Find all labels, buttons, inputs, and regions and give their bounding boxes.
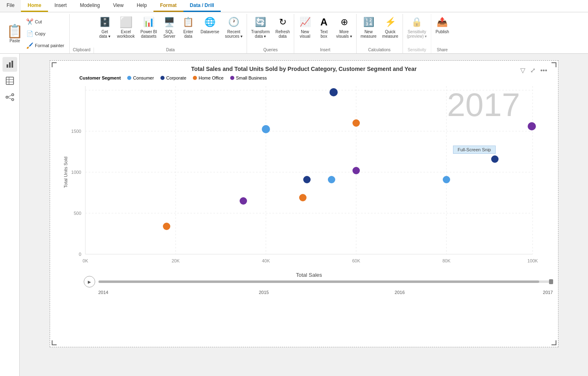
refresh-data-button[interactable]: ↻ Refreshdata xyxy=(273,14,292,40)
quick-measure-label: Quickmeasure xyxy=(382,30,398,39)
tab-data-drill[interactable]: Data / Drill xyxy=(183,0,221,12)
dot-consumer-3 xyxy=(443,176,450,183)
svg-rect-1 xyxy=(9,62,11,68)
small-business-label: Small Business xyxy=(236,75,267,80)
quick-measure-button[interactable]: ⚡ Quickmeasure xyxy=(380,14,401,40)
tab-view[interactable]: View xyxy=(106,0,130,12)
sidebar-model-icon[interactable] xyxy=(2,90,17,105)
publish-button[interactable]: 📤 Publish xyxy=(433,14,451,36)
text-box-icon: A xyxy=(317,16,330,29)
svg-text:500: 500 xyxy=(73,211,81,216)
dot-consumer-1 xyxy=(262,125,270,133)
svg-point-7 xyxy=(6,96,8,98)
sensitivity-button: 🔒 Sensitivity(preview) ▾ xyxy=(405,14,430,40)
enter-data-label: Enterdata xyxy=(183,30,193,39)
ribbon-tabs: File Home Insert Modeling View Help Form… xyxy=(0,0,588,12)
legend-consumer: Consumer xyxy=(127,75,154,80)
get-data-button[interactable]: 🗄️ Getdata ▾ xyxy=(96,14,114,40)
timeline-handle[interactable] xyxy=(549,279,553,284)
sidebar-table-icon[interactable] xyxy=(2,73,17,88)
sidebar-report-icon[interactable] xyxy=(2,57,17,72)
quick-measure-icon: ⚡ xyxy=(384,16,397,29)
more-visuals-label: Morevisuals ▾ xyxy=(336,30,352,39)
sql-icon: 🖥️ xyxy=(163,16,176,29)
svg-text:0: 0 xyxy=(78,252,81,257)
timeline-label-2014: 2014 xyxy=(98,290,108,295)
tab-file[interactable]: File xyxy=(0,0,21,12)
corporate-dot xyxy=(160,76,165,80)
enter-data-button[interactable]: 📋 Enterdata xyxy=(179,14,197,40)
chart-svg-container: 2017 Full-Screen Snip xyxy=(61,82,553,284)
transform-data-button[interactable]: 🔄 Transformdata ▾ xyxy=(249,14,272,40)
format-painter-label: Format painter xyxy=(35,43,64,48)
consumer-label: Consumer xyxy=(133,75,154,80)
svg-text:1000: 1000 xyxy=(71,170,81,175)
share-group-items: 📤 Publish xyxy=(433,14,451,48)
refresh-icon: ↻ xyxy=(276,16,289,29)
paste-button[interactable]: 📋 Paste xyxy=(5,14,25,53)
calculations-group: 🔢 Newmeasure ⚡ Quickmeasure Calculations xyxy=(357,14,403,53)
recent-sources-button[interactable]: 🕐 Recentsources ▾ xyxy=(222,14,245,40)
text-box-button[interactable]: A Textbox xyxy=(315,14,333,40)
tab-format[interactable]: Format xyxy=(153,0,183,12)
small-business-dot xyxy=(230,76,234,80)
data-group-label: Data xyxy=(96,48,245,53)
paste-icon: 📋 xyxy=(8,25,21,38)
sensitivity-icon: 🔒 xyxy=(410,16,423,29)
sensitivity-label: Sensitivity(preview) ▾ xyxy=(407,30,427,39)
dot-homeoffice-1 xyxy=(352,119,360,127)
refresh-label: Refreshdata xyxy=(275,30,290,39)
dot-corporate-3 xyxy=(491,155,499,163)
dot-homeoffice-3 xyxy=(163,223,170,230)
dot-corporate-2 xyxy=(303,176,311,183)
more-visuals-button[interactable]: ⊕ Morevisuals ▾ xyxy=(334,14,354,40)
dataverse-label: Dataverse xyxy=(201,30,220,34)
format-painter-button[interactable]: 🖌️ Format painter xyxy=(25,41,66,50)
corporate-label: Corporate xyxy=(166,75,186,80)
legend-corporate: Corporate xyxy=(160,75,186,80)
svg-rect-0 xyxy=(7,64,8,68)
tab-help[interactable]: Help xyxy=(130,0,153,12)
timeline-progress xyxy=(98,280,540,283)
dot-corporate-1 xyxy=(329,88,338,96)
svg-point-8 xyxy=(11,94,14,96)
new-measure-icon: 🔢 xyxy=(362,16,375,29)
tab-modeling[interactable]: Modeling xyxy=(73,0,107,12)
excel-label: Excelworkbook xyxy=(117,30,135,39)
timeline-label-2017: 2017 xyxy=(543,290,553,295)
sql-server-button[interactable]: 🖥️ SQLServer xyxy=(160,14,178,40)
insert-group: 📈 Newvisual A Textbox ⊕ Morevisuals ▾ In… xyxy=(294,14,356,53)
format-painter-icon: 🖌️ xyxy=(26,42,33,49)
publish-icon: 📤 xyxy=(436,16,449,29)
timeline-track[interactable] xyxy=(98,280,553,283)
content-area: ▽ ⤢ ••• Total Sales and Total Units Sold… xyxy=(20,54,588,376)
svg-point-9 xyxy=(11,99,14,101)
insert-group-items: 📈 Newvisual A Textbox ⊕ Morevisuals ▾ xyxy=(296,14,354,48)
power-bi-datasets-button[interactable]: 📊 Power BIdatasets xyxy=(138,14,160,40)
dataverse-button[interactable]: 🌐 Dataverse xyxy=(198,14,222,36)
timeline-labels: 2014 2015 2016 2017 xyxy=(84,290,553,295)
excel-button[interactable]: ⬜ Excelworkbook xyxy=(114,14,137,40)
legend-title: Customer Segment xyxy=(80,75,121,80)
legend-small-business: Small Business xyxy=(230,75,267,80)
ribbon-body: 📋 Paste ✂️ Cut 📄 Copy 🖌️ Format painter … xyxy=(0,12,588,53)
copy-button[interactable]: 📄 Copy xyxy=(25,30,66,38)
svg-text:100K: 100K xyxy=(527,258,538,263)
enter-data-icon: 📋 xyxy=(182,16,195,29)
tab-insert[interactable]: Insert xyxy=(48,0,73,12)
more-options-icon[interactable]: ••• xyxy=(540,66,548,75)
sql-label: SQLServer xyxy=(163,30,175,39)
sensitivity-group-label: Sensitivity xyxy=(405,48,430,53)
calculations-group-label: Calculations xyxy=(358,48,401,53)
insert-group-label: Insert xyxy=(296,48,354,53)
tab-home[interactable]: Home xyxy=(21,0,48,12)
cut-button[interactable]: ✂️ Cut xyxy=(25,18,66,26)
chart-title: Total Sales and Total Units Sold by Prod… xyxy=(55,66,553,72)
new-visual-button[interactable]: 📈 Newvisual xyxy=(296,14,314,40)
copy-icon: 📄 xyxy=(26,30,33,37)
chart-legend: Customer Segment Consumer Corporate Home… xyxy=(80,75,553,80)
clipboard-stack: ✂️ Cut 📄 Copy 🖌️ Format painter xyxy=(25,14,66,53)
filter-icon[interactable]: ▽ xyxy=(519,66,526,75)
new-measure-button[interactable]: 🔢 Newmeasure xyxy=(358,14,379,40)
expand-icon[interactable]: ⤢ xyxy=(529,66,536,75)
